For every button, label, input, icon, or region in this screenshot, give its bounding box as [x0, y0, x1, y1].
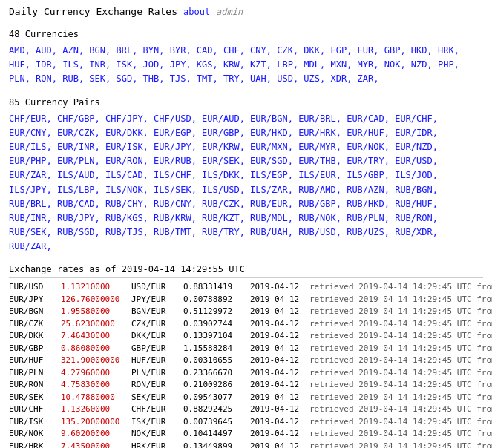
rate-cell: 7.43500000 — [61, 441, 131, 448]
currencies-section: 48 Currencies AMD, AUD, AZN, BGN, BRL, B… — [9, 29, 483, 87]
table-row: EUR/HRK 7.43500000 HRK/EUR 0.13449899 20… — [9, 441, 492, 448]
inv-pair-cell: NOK/EUR — [131, 428, 183, 441]
divider — [9, 277, 483, 278]
table-row: EUR/PLN 4.27960000 PLN/EUR 0.23366670 20… — [9, 367, 492, 380]
inv-rate-cell: 0.13397104 — [183, 330, 250, 343]
inv-rate-cell: 0.00788892 — [183, 294, 250, 306]
inv-rate-cell: 0.00310655 — [183, 355, 250, 367]
date-cell: 2019-04-12 — [250, 318, 309, 331]
admin-link[interactable]: admin — [216, 7, 243, 17]
inv-rate-cell: 0.23366670 — [183, 367, 250, 380]
date-cell: 2019-04-12 — [250, 441, 309, 448]
pair-cell: EUR/DKK — [9, 330, 61, 343]
pair-cell: EUR/RON — [9, 379, 61, 392]
inv-rate-cell: 0.13449899 — [183, 441, 250, 448]
retrieved-cell: retrieved 2019-04-14 14:29:45 UTC from B… — [309, 281, 492, 294]
retrieved-cell: retrieved 2019-04-14 14:29:45 UTC from B… — [309, 330, 492, 343]
date-cell: 2019-04-12 — [250, 355, 309, 367]
inv-rate-cell: 0.21009286 — [183, 379, 250, 392]
retrieved-cell: retrieved 2019-04-14 14:29:45 UTC from B… — [309, 343, 492, 355]
currencies-list: AMD, AUD, AZN, BGN, BRL, BYN, BYR, CAD, … — [9, 44, 483, 87]
table-row: EUR/NOK 9.60200000 NOK/EUR 0.10414497 20… — [9, 428, 492, 441]
pair-cell: EUR/HUF — [9, 355, 61, 367]
about-link[interactable]: about — [183, 7, 210, 17]
table-row: EUR/CZK 25.62300000 CZK/EUR 0.03902744 2… — [9, 318, 492, 331]
table-row: EUR/HUF 321.90000000 HUF/EUR 0.00310655 … — [9, 355, 492, 367]
retrieved-cell: retrieved 2019-04-14 14:29:45 UTC from B… — [309, 294, 492, 306]
inv-pair-cell: ISK/EUR — [131, 416, 183, 429]
table-row: EUR/BGN 1.95580000 BGN/EUR 0.51129972 20… — [9, 306, 492, 318]
inv-pair-cell: USD/EUR — [131, 281, 183, 294]
inv-rate-cell: 1.15588284 — [183, 343, 250, 355]
inv-pair-cell: DKK/EUR — [131, 330, 183, 343]
table-row: EUR/DKK 7.46430000 DKK/EUR 0.13397104 20… — [9, 330, 492, 343]
currencies-count: 48 Currencies — [9, 29, 483, 39]
rate-cell: 7.46430000 — [61, 330, 131, 343]
pair-cell: EUR/GBP — [9, 343, 61, 355]
date-cell: 2019-04-12 — [250, 428, 309, 441]
date-cell: 2019-04-12 — [250, 306, 309, 318]
retrieved-cell: retrieved 2019-04-14 14:29:45 UTC from B… — [309, 428, 492, 441]
inv-rate-cell: 0.88292425 — [183, 403, 250, 416]
pair-cell: EUR/CHF — [9, 403, 61, 416]
date-cell: 2019-04-12 — [250, 379, 309, 392]
date-cell: 2019-04-12 — [250, 343, 309, 355]
rate-cell: 1.13210000 — [61, 281, 131, 294]
retrieved-cell: retrieved 2019-04-14 14:29:45 UTC from B… — [309, 392, 492, 404]
inv-pair-cell: HRK/EUR — [131, 441, 183, 448]
inv-rate-cell: 0.00739645 — [183, 416, 250, 429]
retrieved-cell: retrieved 2019-04-14 14:29:45 UTC from B… — [309, 416, 492, 429]
pair-cell: EUR/NOK — [9, 428, 61, 441]
rate-cell: 9.60200000 — [61, 428, 131, 441]
inv-rate-cell: 0.03902744 — [183, 318, 250, 331]
inv-pair-cell: PLN/EUR — [131, 367, 183, 380]
retrieved-cell: retrieved 2019-04-14 14:29:45 UTC from B… — [309, 306, 492, 318]
page-title: Daily Currency Exchange Rates — [9, 6, 177, 17]
pair-cell: EUR/CZK — [9, 318, 61, 331]
retrieved-cell: retrieved 2019-04-14 14:29:45 UTC from B… — [309, 367, 492, 380]
exchange-as-of: Exchange rates as of 2019-04-14 14:29:55… — [9, 264, 483, 274]
date-cell: 2019-04-12 — [250, 392, 309, 404]
page-header: Daily Currency Exchange Rates about admi… — [9, 6, 483, 17]
rate-cell: 10.47880000 — [61, 392, 131, 404]
table-row: EUR/CHF 1.13260000 CHF/EUR 0.88292425 20… — [9, 403, 492, 416]
rate-cell: 0.86080000 — [61, 343, 131, 355]
pair-cell: EUR/JPY — [9, 294, 61, 306]
rate-cell: 126.76000000 — [61, 294, 131, 306]
date-cell: 2019-04-12 — [250, 403, 309, 416]
inv-rate-cell: 0.09543077 — [183, 392, 250, 404]
table-row: EUR/RON 4.75830000 RON/EUR 0.21009286 20… — [9, 379, 492, 392]
pair-cell: EUR/BGN — [9, 306, 61, 318]
pair-cell: EUR/USD — [9, 281, 61, 294]
pairs-list: CHF/EUR, CHF/GBP, CHF/JPY, CHF/USD, EUR/… — [9, 112, 483, 254]
rate-cell: 1.95580000 — [61, 306, 131, 318]
pair-cell: EUR/ISK — [9, 416, 61, 429]
rate-cell: 4.27960000 — [61, 367, 131, 380]
pair-cell: EUR/SEK — [9, 392, 61, 404]
table-row: EUR/USD 1.13210000 USD/EUR 0.88331419 20… — [9, 281, 492, 294]
inv-pair-cell: RON/EUR — [131, 379, 183, 392]
rate-cell: 321.90000000 — [61, 355, 131, 367]
inv-pair-cell: BGN/EUR — [131, 306, 183, 318]
inv-rate-cell: 0.88331419 — [183, 281, 250, 294]
rate-cell: 1.13260000 — [61, 403, 131, 416]
date-cell: 2019-04-12 — [250, 281, 309, 294]
exchange-section: Exchange rates as of 2019-04-14 14:29:55… — [9, 264, 483, 448]
pair-cell: EUR/HRK — [9, 441, 61, 448]
retrieved-cell: retrieved 2019-04-14 14:29:45 UTC from B… — [309, 318, 492, 331]
date-cell: 2019-04-12 — [250, 294, 309, 306]
date-cell: 2019-04-12 — [250, 330, 309, 343]
retrieved-cell: retrieved 2019-04-14 14:29:45 UTC from B… — [309, 441, 492, 448]
table-row: EUR/GBP 0.86080000 GBP/EUR 1.15588284 20… — [9, 343, 492, 355]
inv-pair-cell: GBP/EUR — [131, 343, 183, 355]
table-row: EUR/SEK 10.47880000 SEK/EUR 0.09543077 2… — [9, 392, 492, 404]
pairs-count: 85 Currency Pairs — [9, 97, 483, 108]
rate-cell: 25.62300000 — [61, 318, 131, 331]
inv-pair-cell: CZK/EUR — [131, 318, 183, 331]
inv-pair-cell: HUF/EUR — [131, 355, 183, 367]
rate-cell: 4.75830000 — [61, 379, 131, 392]
inv-pair-cell: CHF/EUR — [131, 403, 183, 416]
date-cell: 2019-04-12 — [250, 416, 309, 429]
date-cell: 2019-04-12 — [250, 367, 309, 380]
inv-rate-cell: 0.51129972 — [183, 306, 250, 318]
